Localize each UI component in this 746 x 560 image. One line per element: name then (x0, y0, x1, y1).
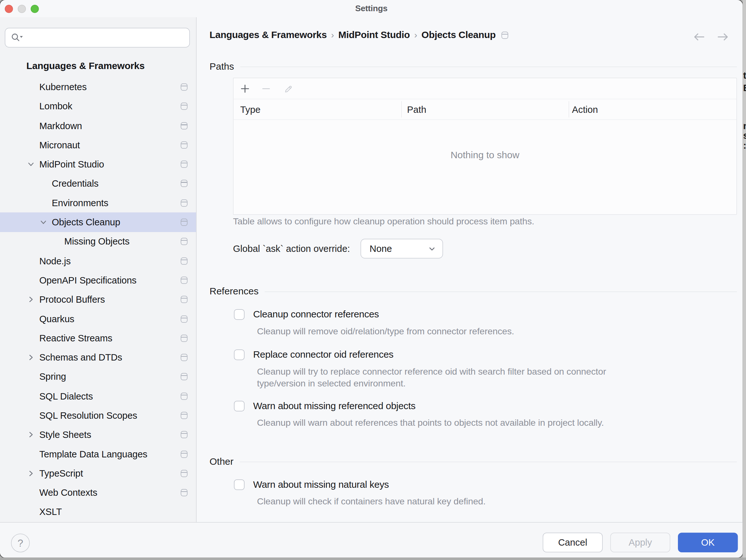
chevron-down-icon[interactable] (39, 218, 47, 226)
section-references-title: References (210, 286, 259, 297)
option-warn-about-missing-referenced-objects: Warn about missing referenced objectsCle… (234, 400, 604, 429)
search-input[interactable] (27, 32, 190, 44)
sidebar-item-sql-resolution-scopes[interactable]: SQL Resolution Scopes (0, 406, 196, 425)
sidebar-item-web-contexts[interactable]: Web Contexts (0, 483, 196, 502)
option-cleanup-connector-references: Cleanup connector referencesCleanup will… (234, 309, 514, 337)
section-other-title: Other (210, 456, 234, 467)
settings-sync-icon (181, 277, 188, 284)
settings-sync-icon (181, 238, 188, 245)
option-label[interactable]: Warn about missing natural keys (253, 479, 389, 490)
sidebar-item-micronaut[interactable]: Micronaut (0, 135, 196, 155)
chevron-down-icon[interactable] (27, 161, 34, 168)
checkbox-warn-about-missing-natural-keys[interactable] (234, 479, 245, 490)
search-field[interactable] (5, 28, 190, 48)
breadcrumb-objects-cleanup[interactable]: Objects Cleanup (422, 29, 496, 40)
sidebar-item-style-sheets[interactable]: Style Sheets (0, 425, 196, 444)
sidebar-item-typescript[interactable]: TypeScript (0, 464, 196, 483)
settings-sync-icon (181, 103, 188, 110)
sidebar-item-label: XSLT (39, 507, 62, 518)
section-references: References (210, 286, 737, 297)
option-description: Cleanup will remove oid/relation/type fr… (257, 325, 514, 337)
sidebar-item-quarkus[interactable]: Quarkus (0, 309, 196, 328)
checkbox-warn-about-missing-referenced-objects[interactable] (234, 400, 245, 411)
ok-button[interactable]: OK (678, 533, 738, 553)
sidebar-item-label: SQL Dialects (39, 391, 93, 402)
sidebar-item-lombok[interactable]: Lombok (0, 96, 196, 116)
sidebar-item-xslt[interactable]: XSLT (0, 502, 196, 522)
add-icon[interactable] (235, 78, 256, 99)
paths-table-header: TypePathAction (234, 100, 737, 120)
sidebar-item-template-data-languages[interactable]: Template Data Languages (0, 444, 196, 464)
sidebar-item-spring[interactable]: Spring (0, 367, 196, 387)
settings-sidebar: Languages & FrameworksKubernetesLombokMa… (0, 17, 197, 523)
sidebar-item-label: SQL Resolution Scopes (39, 410, 137, 421)
sidebar-item-schemas-and-dtds[interactable]: Schemas and DTDs (0, 348, 196, 367)
settings-tree: Languages & FrameworksKubernetesLombokMa… (0, 56, 196, 522)
chevron-right-icon[interactable] (27, 470, 34, 477)
sidebar-item-environments[interactable]: Environments (0, 193, 196, 213)
settings-sync-icon (181, 373, 188, 381)
settings-sync-icon (181, 161, 188, 168)
settings-sync-icon (181, 450, 188, 458)
help-button[interactable]: ? (11, 534, 30, 553)
sidebar-group-languages-frameworks[interactable]: Languages & Frameworks (0, 56, 196, 76)
sidebar-item-missing-objects[interactable]: Missing Objects (0, 232, 196, 251)
override-select[interactable]: None (361, 239, 443, 259)
breadcrumb-separator: › (414, 29, 417, 40)
sidebar-item-label: Kubernetes (39, 82, 87, 93)
option-label[interactable]: Replace connector oid references (253, 349, 394, 360)
sidebar-item-reactive-streams[interactable]: Reactive Streams (0, 329, 196, 348)
option-warn-about-missing-natural-keys: Warn about missing natural keysCleanup w… (234, 479, 486, 508)
remove-icon[interactable] (256, 78, 277, 99)
sidebar-item-node-js[interactable]: Node.js (0, 251, 196, 271)
chevron-right-icon[interactable] (27, 431, 34, 439)
sidebar-item-objects-cleanup[interactable]: Objects Cleanup (0, 213, 196, 232)
column-header-path: Path (407, 100, 426, 119)
section-other: Other (210, 456, 737, 467)
settings-sync-icon (181, 354, 188, 361)
sidebar-item-label: Lombok (39, 101, 72, 112)
sidebar-item-label: Schemas and DTDs (39, 352, 122, 363)
background-screen-sliver: tEns: (743, 0, 746, 558)
sidebar-item-credentials[interactable]: Credentials (0, 174, 196, 193)
edge-text-fragment: n (743, 121, 746, 131)
checkbox-cleanup-connector-references[interactable] (234, 309, 245, 319)
breadcrumb: Languages & Frameworks›MidPoint Studio›O… (210, 29, 508, 40)
sidebar-item-midpoint-studio[interactable]: MidPoint Studio (0, 155, 196, 174)
breadcrumb-languages-frameworks[interactable]: Languages & Frameworks (210, 29, 327, 40)
settings-sync-icon (181, 335, 188, 342)
sidebar-item-openapi-specifications[interactable]: OpenAPI Specifications (0, 271, 196, 289)
chevron-right-icon[interactable] (27, 354, 34, 361)
edge-text-fragment: t (743, 71, 746, 80)
edge-text-fragment: s (743, 131, 746, 140)
section-paths-title: Paths (210, 61, 234, 72)
apply-button: Apply (610, 533, 670, 553)
sidebar-item-label: Node.js (39, 255, 70, 267)
chevron-right-icon[interactable] (27, 296, 34, 303)
sidebar-item-kubernetes[interactable]: Kubernetes (0, 77, 196, 96)
cancel-button[interactable]: Cancel (543, 533, 603, 553)
checkbox-replace-connector-oid-references[interactable] (234, 349, 245, 360)
sidebar-item-protocol-buffers[interactable]: Protocol Buffers (0, 290, 196, 309)
edit-icon[interactable] (278, 78, 299, 99)
option-row: Warn about missing referenced objects (234, 400, 604, 412)
option-label[interactable]: Cleanup connector references (253, 309, 379, 320)
back-arrow-icon[interactable] (693, 33, 706, 43)
settings-sync-icon (501, 32, 508, 39)
option-label[interactable]: Warn about missing referenced objects (253, 400, 415, 412)
section-rule (240, 67, 737, 67)
sidebar-item-markdown[interactable]: Markdown (0, 116, 196, 135)
option-replace-connector-oid-references: Replace connector oid referencesCleanup … (234, 349, 650, 389)
paths-table-body[interactable]: Nothing to show (234, 120, 737, 215)
sidebar-item-label: TypeScript (39, 468, 83, 479)
settings-sync-icon (181, 199, 188, 207)
breadcrumb-midpoint-studio[interactable]: MidPoint Studio (339, 29, 410, 40)
footer-buttons: CancelApplyOK (543, 533, 738, 553)
sidebar-item-label: Missing Objects (64, 236, 130, 247)
settings-content: Languages & Frameworks›MidPoint Studio›O… (197, 17, 743, 523)
search-icon (11, 33, 24, 43)
settings-sync-icon (181, 412, 188, 419)
sidebar-item-sql-dialects[interactable]: SQL Dialects (0, 387, 196, 405)
forward-arrow-icon[interactable] (717, 33, 729, 43)
sidebar-item-label: Style Sheets (39, 429, 91, 441)
